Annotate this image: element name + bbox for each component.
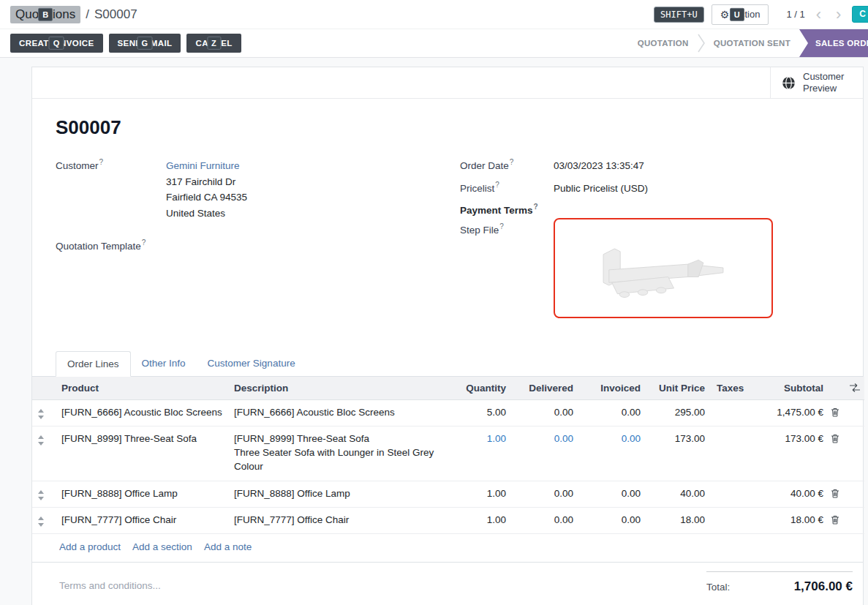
- add-section-link[interactable]: Add a section: [132, 541, 192, 552]
- field-order-date: Order Date? 03/03/2023 13:35:47: [460, 158, 839, 174]
- field-step-file: Step File?: [460, 222, 839, 318]
- cell-invoiced[interactable]: 0.00: [579, 426, 646, 481]
- row-drag-handle[interactable]: [32, 507, 56, 533]
- field-payment-terms: Payment Terms?: [460, 203, 839, 216]
- create-invoice-button[interactable]: CREATE INVOICE Q: [10, 34, 103, 53]
- trash-column-header: [829, 377, 848, 400]
- row-drag-handle[interactable]: [32, 481, 56, 507]
- cell-product[interactable]: [FURN_8888] Office Lamp: [56, 481, 228, 507]
- breadcrumb-quotations-link[interactable]: Quotations B: [10, 6, 80, 23]
- order-date-label: Order Date?: [460, 158, 554, 174]
- stage-quotation[interactable]: QUOTATION: [629, 39, 698, 48]
- cell-description[interactable]: [FURN_7777] Office Chair: [228, 507, 448, 533]
- table-row: [FURN_7777] Office Chair [FURN_7777] Off…: [32, 507, 864, 533]
- send-email-button[interactable]: SEND EMAIL G: [109, 34, 181, 53]
- stage-sales-order-active[interactable]: SALES ORDER: [799, 29, 868, 57]
- action-menu-button[interactable]: ⚙ Action U: [712, 4, 769, 25]
- customer-link[interactable]: Gemini Furniture: [166, 160, 240, 171]
- cell-quantity[interactable]: 1.00: [448, 481, 512, 507]
- keyboard-hint-badge-c: C: [852, 6, 868, 23]
- cell-subtotal: 40.00 €: [752, 481, 829, 507]
- cell-description[interactable]: [FURN_6666] Acoustic Bloc Screens: [228, 399, 448, 426]
- pricelist-value[interactable]: Public Pricelist (USD): [554, 181, 648, 197]
- main-content: Customer Preview S00007 Customer? Gemini…: [0, 58, 868, 605]
- cell-description[interactable]: [FURN_8999] Three-Seat Sofa Three Seater…: [228, 426, 448, 481]
- cell-unit-price[interactable]: 18.00: [646, 507, 711, 533]
- col-subtotal: Subtotal: [752, 377, 829, 400]
- form-sheet: Customer Preview S00007 Customer? Gemini…: [31, 67, 864, 605]
- tab-order-lines[interactable]: Order Lines: [56, 351, 131, 377]
- cell-invoiced[interactable]: 0.00: [579, 481, 646, 507]
- delete-row-button[interactable]: [829, 507, 848, 533]
- cell-delivered[interactable]: 0.00: [512, 507, 579, 533]
- breadcrumb-separator: /: [86, 7, 89, 22]
- customer-value: Gemini Furniture 317 Fairchild Dr Fairfi…: [166, 158, 247, 221]
- cell-quantity[interactable]: 1.00: [448, 426, 512, 481]
- row-drag-handle[interactable]: [32, 426, 56, 481]
- col-delivered: Delivered: [512, 377, 579, 400]
- add-line-links: Add a product Add a section Add a note: [32, 534, 863, 563]
- quotation-template-label: Quotation Template?: [56, 238, 166, 252]
- customer-preview-label: Customer Preview: [803, 71, 848, 95]
- sheet-body: S00007 Customer? Gemini Furniture 317 Fa…: [32, 116, 863, 325]
- cell-unit-price[interactable]: 295.00: [646, 399, 711, 426]
- cell-taxes[interactable]: [711, 507, 752, 533]
- cell-delivered[interactable]: 0.00: [512, 481, 579, 507]
- order-date-value[interactable]: 03/03/2023 13:35:47: [554, 158, 644, 174]
- help-marker: ?: [510, 158, 514, 166]
- delete-row-button[interactable]: [829, 426, 848, 481]
- cell-product[interactable]: [FURN_6666] Acoustic Bloc Screens: [56, 399, 228, 426]
- spacer-cell: [848, 399, 864, 426]
- stage-separator-chevron-icon: [698, 33, 705, 53]
- cell-quantity[interactable]: 5.00: [448, 399, 512, 426]
- pager-next-button[interactable]: ›: [832, 7, 845, 23]
- help-marker: ?: [99, 158, 104, 166]
- keyboard-hint-badge-u: U: [730, 7, 744, 20]
- cell-taxes[interactable]: [711, 399, 752, 426]
- cell-subtotal: 1,475.00 €: [752, 399, 829, 426]
- cell-unit-price[interactable]: 173.00: [646, 426, 711, 481]
- cell-product[interactable]: [FURN_7777] Office Chair: [56, 507, 228, 533]
- field-pricelist: Pricelist? Public Pricelist (USD): [460, 181, 839, 197]
- cell-description[interactable]: [FURN_8888] Office Lamp: [228, 481, 448, 507]
- pager-counter: 1 / 1: [786, 9, 804, 20]
- total-box: Total: 1,706.00 €: [706, 571, 853, 594]
- breadcrumb: Quotations B / S00007: [10, 6, 137, 23]
- cell-delivered[interactable]: 0.00: [512, 399, 579, 426]
- step-part-drawing: [579, 229, 747, 307]
- cell-invoiced[interactable]: 0.00: [579, 399, 646, 426]
- table-header-row: Product Description Quantity Delivered I…: [32, 377, 864, 400]
- cell-taxes[interactable]: [711, 481, 752, 507]
- add-note-link[interactable]: Add a note: [204, 541, 252, 552]
- tab-other-info[interactable]: Other Info: [131, 351, 197, 377]
- row-drag-handle[interactable]: [32, 399, 56, 426]
- add-product-link[interactable]: Add a product: [59, 541, 121, 552]
- cell-delivered[interactable]: 0.00: [512, 426, 579, 481]
- optional-columns-icon[interactable]: [848, 377, 864, 400]
- step-file-image[interactable]: [554, 218, 773, 318]
- help-marker: ?: [534, 203, 538, 211]
- pager-previous-button[interactable]: ‹: [812, 7, 825, 23]
- customer-preview-button[interactable]: Customer Preview: [770, 67, 863, 98]
- delete-row-button[interactable]: [829, 481, 848, 507]
- tab-customer-signature[interactable]: Customer Signature: [197, 351, 306, 377]
- cell-unit-price[interactable]: 40.00: [646, 481, 711, 507]
- cell-invoiced[interactable]: 0.00: [579, 507, 646, 533]
- table-row: [FURN_6666] Acoustic Bloc Screens [FURN_…: [32, 399, 864, 426]
- total-value: 1,706.00 €: [794, 579, 853, 594]
- cancel-button[interactable]: CANCEL Z: [186, 34, 241, 53]
- actionbar: CREATE INVOICE Q SEND EMAIL G CANCEL Z Q…: [0, 29, 868, 58]
- cell-quantity[interactable]: 1.00: [448, 507, 512, 533]
- cell-product[interactable]: [FURN_8999] Three-Seat Sofa: [56, 426, 228, 481]
- order-lines-table: Product Description Quantity Delivered I…: [32, 377, 864, 534]
- terms-and-conditions-input[interactable]: Terms and conditions...: [59, 580, 161, 594]
- stage-quotation-sent[interactable]: QUOTATION SENT: [705, 39, 799, 48]
- delete-row-button[interactable]: [829, 399, 848, 426]
- cell-taxes[interactable]: [711, 426, 752, 481]
- actionbar-buttons: CREATE INVOICE Q SEND EMAIL G CANCEL Z: [10, 29, 241, 57]
- keyboard-hint-badge-g: G: [137, 37, 152, 50]
- table-row: [FURN_8999] Three-Seat Sofa [FURN_8999] …: [32, 426, 864, 481]
- help-marker: ?: [495, 181, 499, 189]
- record-title: S00007: [56, 116, 839, 139]
- spacer-cell: [848, 481, 864, 507]
